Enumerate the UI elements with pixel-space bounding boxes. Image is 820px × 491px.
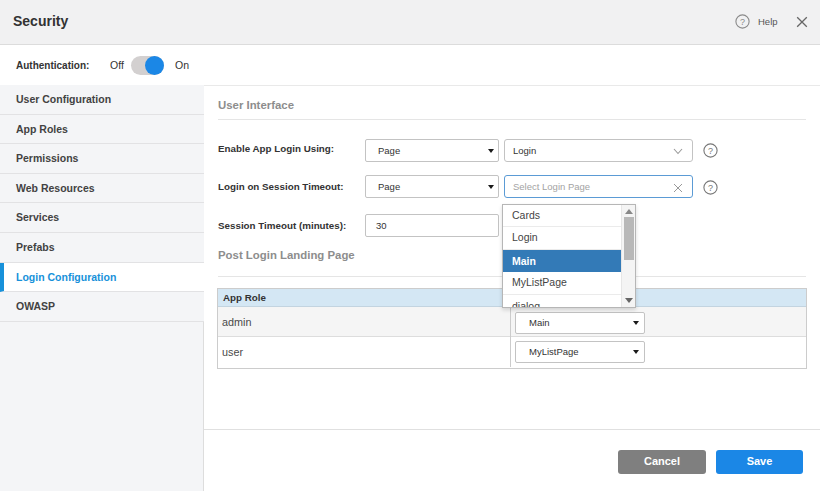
svg-text:?: ?: [708, 146, 713, 156]
svg-text:?: ?: [740, 17, 745, 27]
svg-text:?: ?: [708, 183, 713, 193]
